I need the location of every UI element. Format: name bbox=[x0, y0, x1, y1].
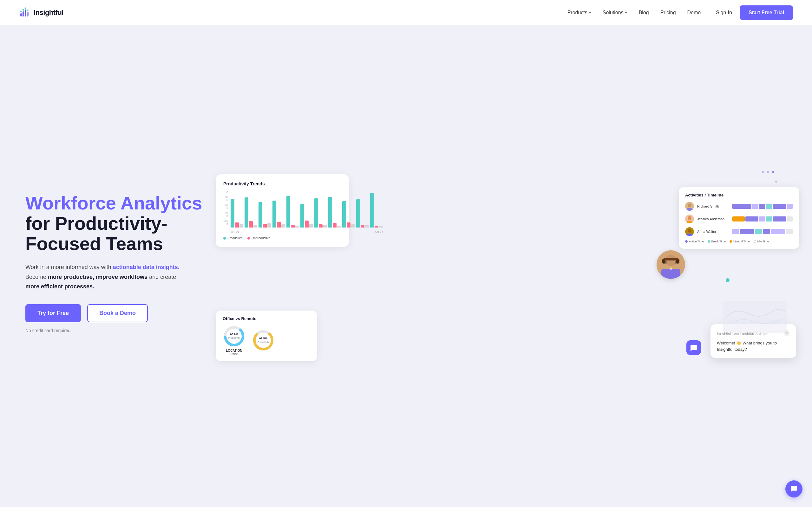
y-label-0: 0 bbox=[223, 191, 228, 194]
timeline-row-1: Richard Smith bbox=[685, 202, 793, 211]
office-location-label: LOCATION Office bbox=[226, 349, 242, 355]
svg-rect-39 bbox=[692, 347, 693, 347]
office-card-title: Office vs Remote bbox=[223, 316, 310, 321]
tl-legend-manual: Manual Time bbox=[729, 240, 750, 243]
bar-gray bbox=[351, 224, 355, 228]
chat-fab-button[interactable] bbox=[785, 481, 803, 498]
bar-teal bbox=[342, 201, 346, 228]
office-donut-chart: 68.9% Productivity bbox=[223, 325, 246, 348]
svg-point-4 bbox=[20, 10, 22, 12]
teal-accent-dot bbox=[726, 278, 729, 282]
start-trial-button[interactable]: Start Free Trial bbox=[740, 5, 793, 20]
bars bbox=[231, 191, 383, 229]
user-name-2: Jessica Anderson bbox=[697, 217, 729, 221]
decorative-dots-tr bbox=[762, 171, 774, 173]
svg-point-21 bbox=[688, 216, 692, 220]
tl-legend-break: Break Time bbox=[708, 240, 726, 243]
nav-links: Products Solutions Blog Pricing Demo bbox=[567, 10, 701, 15]
logo-link[interactable]: Insightful bbox=[19, 7, 63, 18]
nav-link-products[interactable]: Products bbox=[567, 10, 591, 15]
tl-legend-idle: Idle Time bbox=[754, 240, 769, 243]
bar-pink bbox=[263, 224, 267, 228]
chat-icon-button[interactable] bbox=[687, 340, 701, 355]
bar-gray bbox=[309, 224, 313, 228]
productivity-trends-card: Productivity Trends 150 h 90 h 60 h 30 h… bbox=[216, 174, 349, 247]
bar-group-2 bbox=[245, 198, 257, 228]
bar-teal bbox=[272, 201, 276, 228]
hero-buttons: Try for Free Book a Demo bbox=[26, 304, 203, 322]
legend-dot-unproductive bbox=[247, 237, 250, 239]
signin-link[interactable]: Sign-In bbox=[716, 10, 732, 15]
nav-link-pricing[interactable]: Pricing bbox=[660, 10, 676, 15]
nav-item-pricing[interactable]: Pricing bbox=[660, 10, 676, 15]
x-axis: Jun 01 Jun 04 bbox=[231, 229, 383, 233]
chat-bubble-icon bbox=[690, 344, 698, 351]
try-free-button[interactable]: Try for Free bbox=[26, 304, 81, 322]
office-donut: 68.9% Productivity LOCATION Office bbox=[223, 325, 246, 355]
nav-link-blog[interactable]: Blog bbox=[639, 10, 649, 15]
bar-gray bbox=[379, 226, 383, 228]
bar-teal bbox=[370, 193, 374, 228]
bar-pink bbox=[277, 222, 281, 228]
svg-rect-42 bbox=[723, 301, 786, 333]
bar-teal bbox=[356, 199, 360, 228]
productivity-card-title: Productivity Trends bbox=[223, 181, 341, 186]
y-label-4: 150 h bbox=[223, 219, 228, 226]
y-axis: 150 h 90 h 60 h 30 h 0 bbox=[223, 191, 231, 233]
nav-link-solutions[interactable]: Solutions bbox=[603, 10, 627, 15]
nav-item-solutions[interactable]: Solutions bbox=[603, 10, 627, 15]
bar-pink bbox=[291, 225, 295, 228]
hero-description: Work in a more informed way with actiona… bbox=[26, 262, 190, 291]
timeline-row-2: Jessica Anderson bbox=[685, 215, 793, 223]
nav-item-blog[interactable]: Blog bbox=[639, 10, 649, 15]
bar-group-4 bbox=[272, 201, 285, 228]
decorative-dots-tr2 bbox=[775, 181, 777, 182]
svg-text:68.9%: 68.9% bbox=[230, 333, 238, 336]
bar-gray bbox=[337, 226, 341, 228]
tl-legend-active: Active Time bbox=[685, 240, 704, 243]
timeline-bar-1 bbox=[732, 204, 793, 209]
svg-rect-19 bbox=[687, 208, 693, 211]
nav-actions: Sign-In Start Free Trial bbox=[716, 5, 793, 20]
svg-point-16 bbox=[670, 268, 672, 270]
bar-gray bbox=[281, 224, 285, 228]
user-avatar-3 bbox=[685, 227, 694, 236]
bar-pink bbox=[249, 221, 253, 228]
y-label-1: 30 h bbox=[223, 195, 228, 202]
legend-label-unproductive: Unproductive bbox=[252, 236, 270, 240]
bar-gray bbox=[323, 225, 327, 228]
navbar: Insightful Products Solutions Blog Prici… bbox=[0, 0, 812, 25]
bar-pink bbox=[374, 226, 378, 228]
timeline-row-3: Anna Walter bbox=[685, 227, 793, 236]
y-label-2: 60 h bbox=[223, 204, 228, 210]
remote-donut-chart: 92.5% Productivity bbox=[252, 329, 275, 352]
nav-item-demo[interactable]: Demo bbox=[687, 10, 701, 15]
svg-point-6 bbox=[25, 7, 26, 9]
timeline-legend: Active Time Break Time Manual Time Idle … bbox=[685, 240, 793, 243]
timeline-bar-2 bbox=[732, 216, 793, 222]
svg-point-36 bbox=[254, 331, 272, 349]
bar-pink bbox=[361, 225, 364, 228]
bar-teal bbox=[314, 199, 318, 228]
brand-name: Insightful bbox=[34, 9, 63, 17]
book-demo-button[interactable]: Book a Demo bbox=[87, 304, 148, 322]
nav-link-demo[interactable]: Demo bbox=[687, 10, 701, 15]
svg-point-24 bbox=[688, 229, 692, 233]
nav-item-products[interactable]: Products bbox=[567, 10, 591, 15]
chevron-down-icon bbox=[589, 12, 591, 14]
hero-title: Workforce Analytics for Productivity- Fo… bbox=[26, 193, 203, 253]
svg-rect-10 bbox=[661, 269, 680, 279]
svg-point-7 bbox=[27, 9, 29, 11]
user-name-3: Anna Walter bbox=[697, 230, 729, 233]
bar-group-6 bbox=[300, 204, 313, 228]
user-name-1: Richard Smith bbox=[697, 205, 729, 208]
bar-teal bbox=[245, 198, 248, 228]
bar-group-3 bbox=[258, 202, 271, 228]
bar-gray bbox=[267, 223, 271, 228]
x-label-jun04: Jun 04 bbox=[374, 230, 383, 233]
bar-pink bbox=[333, 223, 337, 228]
bar-group-11 bbox=[370, 193, 383, 228]
map-decoration bbox=[723, 301, 786, 333]
legend-label-productive: Productive bbox=[227, 236, 242, 240]
svg-rect-22 bbox=[687, 221, 693, 223]
